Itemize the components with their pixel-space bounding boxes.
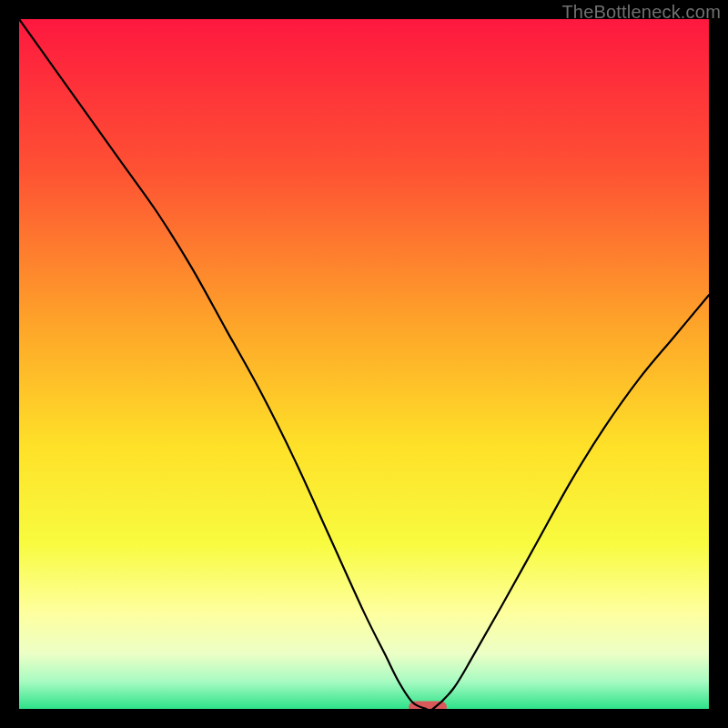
plot-area (19, 19, 709, 709)
gradient-bg (19, 19, 709, 709)
chart-frame: TheBottleneck.com (0, 0, 728, 728)
bottleneck-chart-svg (19, 19, 709, 709)
